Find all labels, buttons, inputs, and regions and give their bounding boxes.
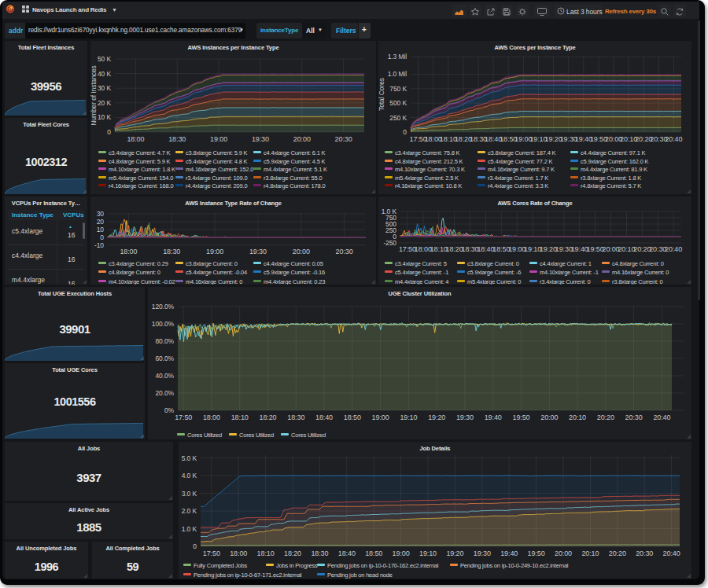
svg-text:Total Cores: Total Cores: [378, 78, 385, 111]
svg-text:18:40: 18:40: [315, 413, 333, 421]
svg-text:18:50: 18:50: [365, 549, 382, 557]
svg-text:20:00: 20:00: [555, 549, 572, 557]
svg-text:18:30: 18:30: [287, 413, 304, 421]
svg-text:0%: 0%: [164, 406, 175, 414]
svg-text:10 K: 10 K: [98, 113, 112, 121]
svg-text:18:20: 18:20: [446, 245, 463, 253]
svg-text:19:00: 19:00: [393, 549, 410, 557]
svg-text:20:10: 20:10: [581, 549, 599, 557]
svg-text:1.3 Mil: 1.3 Mil: [388, 53, 407, 61]
svg-text:20:10: 20:10: [618, 245, 635, 253]
svg-text:19:00: 19:00: [508, 245, 525, 253]
svg-text:Number of Instances: Number of Instances: [90, 65, 98, 126]
svg-text:100.0%: 100.0%: [152, 320, 175, 328]
svg-text:20:30: 20:30: [649, 245, 666, 253]
svg-text:19:20: 19:20: [428, 413, 445, 421]
svg-text:19:40: 19:40: [500, 549, 518, 557]
svg-text:1.0 K: 1.0 K: [382, 208, 397, 215]
svg-text:18:00: 18:00: [120, 248, 137, 255]
svg-text:20:00: 20:00: [540, 413, 558, 421]
svg-text:60.0%: 60.0%: [155, 355, 174, 362]
svg-text:19:20: 19:20: [446, 549, 463, 557]
svg-text:20: 20: [97, 218, 105, 226]
svg-text:18:00: 18:00: [230, 549, 247, 557]
svg-text:19:50: 19:50: [528, 549, 545, 557]
svg-text:120.0%: 120.0%: [152, 303, 175, 311]
svg-text:18:50: 18:50: [492, 245, 510, 253]
svg-text:30 K: 30 K: [98, 84, 112, 92]
svg-text:20:30: 20:30: [335, 135, 352, 143]
svg-text:19:30: 19:30: [456, 413, 474, 421]
svg-text:20:30: 20:30: [636, 549, 653, 557]
svg-text:20:20: 20:20: [597, 413, 614, 421]
svg-text:750 K: 750 K: [389, 85, 407, 93]
svg-text:50 K: 50 K: [98, 55, 112, 63]
svg-text:19:20: 19:20: [540, 245, 557, 253]
svg-text:19:00: 19:00: [206, 248, 223, 255]
svg-text:18:30: 18:30: [461, 245, 478, 253]
svg-text:19:40: 19:40: [571, 245, 588, 253]
svg-text:18:40: 18:40: [477, 245, 494, 253]
svg-text:40 K: 40 K: [98, 70, 112, 78]
svg-text:17:50: 17:50: [203, 549, 220, 557]
svg-text:0: 0: [193, 542, 197, 550]
svg-text:18:30: 18:30: [168, 135, 186, 143]
svg-text:19:30: 19:30: [474, 549, 491, 557]
svg-text:0: 0: [107, 128, 111, 136]
svg-text:18:00: 18:00: [203, 413, 220, 421]
svg-text:18:10: 18:10: [231, 413, 249, 421]
svg-text:1.0 Mil: 1.0 Mil: [388, 70, 407, 78]
svg-text:2.0 K: 2.0 K: [182, 507, 197, 515]
svg-text:18:30: 18:30: [311, 549, 328, 557]
svg-text:20:10: 20:10: [569, 413, 586, 421]
svg-text:19:30: 19:30: [252, 135, 269, 143]
svg-text:19:50: 19:50: [512, 413, 529, 421]
svg-text:1.0 K: 1.0 K: [182, 525, 197, 533]
svg-text:250 K: 250 K: [389, 114, 407, 122]
svg-text:40.0%: 40.0%: [155, 372, 174, 380]
svg-text:20:20: 20:20: [609, 549, 626, 557]
svg-text:18:20: 18:20: [259, 413, 276, 421]
svg-text:-10: -10: [94, 241, 104, 249]
svg-text:18:20: 18:20: [284, 549, 301, 557]
svg-text:80.0%: 80.0%: [155, 337, 174, 345]
svg-text:17:50: 17:50: [175, 413, 192, 421]
svg-text:20:40: 20:40: [663, 549, 680, 557]
svg-text:20.0%: 20.0%: [155, 389, 174, 397]
svg-text:18:00: 18:00: [127, 135, 144, 143]
svg-text:0: 0: [403, 128, 407, 136]
svg-text:17:50: 17:50: [399, 245, 416, 253]
svg-text:5.0 K: 5.0 K: [182, 454, 197, 462]
svg-text:30: 30: [97, 210, 105, 218]
svg-text:19:50: 19:50: [587, 245, 604, 253]
svg-text:20:30: 20:30: [336, 248, 353, 255]
svg-text:19:30: 19:30: [555, 245, 573, 253]
svg-text:20:40: 20:40: [653, 413, 670, 421]
svg-text:20:00: 20:00: [293, 135, 311, 143]
svg-text:3.0 K: 3.0 K: [182, 490, 197, 498]
svg-text:4.0 K: 4.0 K: [182, 472, 197, 480]
svg-text:19:10: 19:10: [419, 549, 437, 557]
svg-text:10: 10: [97, 226, 105, 233]
svg-text:20:40: 20:40: [665, 135, 682, 143]
svg-text:18:10: 18:10: [430, 245, 448, 253]
svg-text:0: 0: [100, 233, 104, 241]
svg-text:18:10: 18:10: [257, 549, 275, 557]
svg-text:19:30: 19:30: [249, 248, 267, 255]
svg-text:18:50: 18:50: [344, 413, 361, 421]
svg-text:20 K: 20 K: [98, 99, 112, 107]
svg-text:20:30: 20:30: [625, 413, 643, 421]
svg-text:19:10: 19:10: [524, 245, 541, 253]
svg-text:19:00: 19:00: [210, 135, 227, 143]
svg-text:19:40: 19:40: [485, 413, 502, 421]
svg-text:20:00: 20:00: [293, 248, 310, 255]
svg-text:19:00: 19:00: [372, 413, 389, 421]
svg-text:20:00: 20:00: [602, 245, 619, 253]
svg-text:20:40: 20:40: [665, 245, 682, 253]
svg-text:19:10: 19:10: [400, 413, 417, 421]
svg-text:20:20: 20:20: [633, 245, 651, 253]
svg-text:500 K: 500 K: [389, 99, 407, 107]
svg-text:18:30: 18:30: [163, 248, 180, 255]
svg-text:18:40: 18:40: [338, 549, 356, 557]
svg-text:18:00: 18:00: [415, 245, 432, 253]
